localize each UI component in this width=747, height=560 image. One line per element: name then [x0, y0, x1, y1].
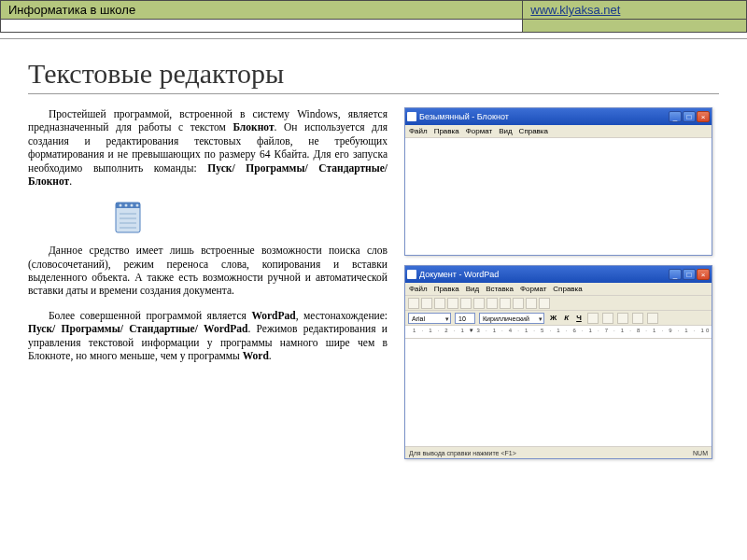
status-help: Для вывода справки нажмите <F1> — [409, 450, 516, 456]
wordpad-body[interactable] — [405, 339, 712, 446]
cut-icon[interactable] — [486, 298, 498, 309]
menu-format[interactable]: Формат — [466, 127, 492, 135]
paragraph-1: Простейшей программой, встроенной в сист… — [28, 107, 388, 188]
undo-icon[interactable] — [526, 298, 537, 309]
open-icon[interactable] — [421, 298, 432, 309]
menu-help[interactable]: Справка — [519, 127, 548, 135]
notepad-body[interactable] — [405, 138, 712, 255]
status-num: NUM — [693, 450, 708, 456]
wordpad-toolbar — [405, 296, 712, 311]
minimize-icon[interactable]: _ — [669, 111, 682, 122]
header-left: Информатика в школе — [1, 1, 523, 20]
content: Текстовые редакторы Простейшей программо… — [0, 39, 747, 469]
screenshots-column: Безымянный - Блокнот _ □ × Файл Правка Ф… — [404, 107, 712, 459]
wordpad-titlebar: Документ - WordPad _ □ × — [405, 266, 712, 283]
menu-view[interactable]: Вид — [499, 127, 512, 135]
save-icon[interactable] — [434, 298, 445, 309]
wordpad-format-bar: Arial 10 Кириллический Ж К Ч — [405, 311, 712, 326]
color-icon[interactable] — [587, 313, 599, 324]
wordpad-app-icon — [407, 270, 416, 279]
page-title: Текстовые редакторы — [28, 58, 719, 90]
copy-icon[interactable] — [500, 298, 511, 309]
header-cell2 — [523, 20, 747, 33]
notepad-icon — [112, 199, 144, 234]
header-table: Информатика в школе www.klyaksa.net — [0, 0, 747, 33]
svg-point-4 — [131, 204, 134, 207]
menu-help[interactable]: Справка — [553, 285, 582, 293]
close-icon[interactable]: × — [697, 111, 710, 122]
bullets-icon[interactable] — [647, 313, 658, 324]
wordpad-window: Документ - WordPad _ □ × Файл Правка Вид… — [404, 265, 712, 459]
svg-point-3 — [125, 204, 128, 207]
charset-combo[interactable]: Кириллический — [479, 313, 544, 324]
paragraph-2: Данное средство имеет лишь встроенные во… — [28, 244, 388, 298]
wordpad-title: Документ - WordPad — [419, 270, 499, 279]
columns: Простейшей программой, встроенной в сист… — [28, 107, 719, 459]
menu-file[interactable]: Файл — [409, 127, 428, 135]
print-icon[interactable] — [447, 298, 458, 309]
maximize-icon[interactable]: □ — [683, 269, 696, 280]
wordpad-ruler[interactable]: 1 · 1 · 2 · 1 · 3 · 1 · 4 · 1 · 5 · 1 · … — [405, 326, 712, 339]
menu-edit[interactable]: Правка — [434, 127, 459, 135]
wordpad-menubar: Файл Правка Вид Вставка Формат Справка — [405, 283, 712, 296]
text-column: Простейшей программой, встроенной в сист… — [28, 107, 388, 459]
close-icon[interactable]: × — [697, 269, 710, 280]
svg-point-5 — [136, 204, 139, 207]
new-icon[interactable] — [408, 298, 419, 309]
svg-point-2 — [120, 204, 122, 207]
font-combo[interactable]: Arial — [408, 313, 451, 324]
menu-view[interactable]: Вид — [466, 285, 479, 293]
find-icon[interactable] — [473, 298, 485, 309]
align-right-icon[interactable] — [632, 313, 643, 324]
notepad-menubar: Файл Правка Формат Вид Справка — [405, 125, 712, 138]
paste-icon[interactable] — [513, 298, 524, 309]
bold-icon[interactable]: Ж — [548, 314, 558, 322]
title-divider — [28, 93, 719, 94]
menu-insert[interactable]: Вставка — [486, 285, 514, 293]
align-left-icon[interactable] — [602, 313, 613, 324]
preview-icon[interactable] — [460, 298, 472, 309]
notepad-window: Безымянный - Блокнот _ □ × Файл Правка Ф… — [404, 107, 712, 256]
date-icon[interactable] — [539, 298, 550, 309]
menu-file[interactable]: Файл — [409, 285, 428, 293]
notepad-titlebar: Безымянный - Блокнот _ □ × — [405, 108, 712, 125]
header-right: www.klyaksa.net — [523, 1, 747, 20]
notepad-title: Безымянный - Блокнот — [419, 112, 509, 121]
align-center-icon[interactable] — [617, 313, 628, 324]
size-combo[interactable]: 10 — [455, 313, 475, 324]
underline-icon[interactable]: Ч — [574, 314, 584, 322]
header-link[interactable]: www.klyaksa.net — [530, 3, 620, 17]
maximize-icon[interactable]: □ — [683, 111, 696, 122]
notepad-app-icon — [407, 112, 416, 121]
menu-edit[interactable]: Правка — [434, 285, 459, 293]
wordpad-statusbar: Для вывода справки нажмите <F1> NUM — [405, 446, 712, 458]
minimize-icon[interactable]: _ — [669, 269, 682, 280]
paragraph-3: Более совершенной программой является Wo… — [28, 309, 388, 363]
header-empty — [1, 20, 523, 33]
menu-format[interactable]: Формат — [520, 285, 546, 293]
italic-icon[interactable]: К — [562, 314, 571, 322]
